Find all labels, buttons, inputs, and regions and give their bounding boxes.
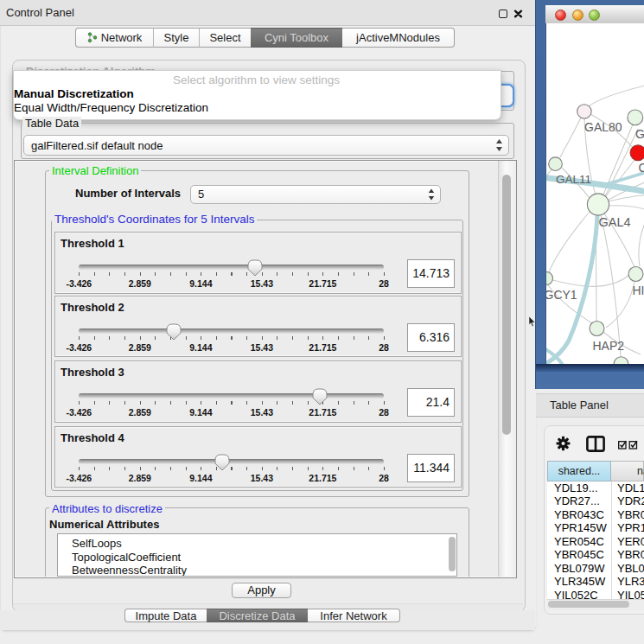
- svg-text:CY: CY: [639, 161, 644, 175]
- svg-text:GAL11: GAL11: [556, 173, 591, 186]
- svg-text:GAL80: GAL80: [584, 120, 622, 134]
- svg-text:GA: GA: [635, 127, 644, 141]
- svg-text:HI: HI: [633, 284, 644, 297]
- svg-text:GCY1: GCY1: [546, 288, 577, 302]
- svg-text:HAP2: HAP2: [593, 339, 625, 353]
- svg-text:GAL4: GAL4: [599, 215, 631, 229]
